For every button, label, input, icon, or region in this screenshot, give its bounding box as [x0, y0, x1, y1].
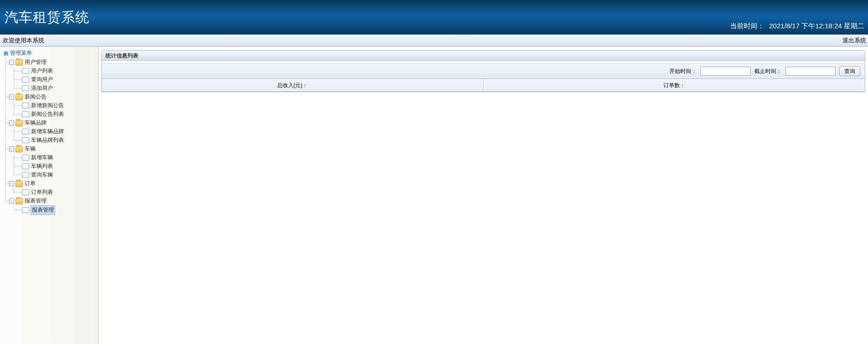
tree-leaf-label: 新增车辆: [31, 153, 53, 162]
filter-bar: 开始时间： 截止时间： 查询: [102, 63, 865, 79]
tree-node-0[interactable]: -用户管理: [3, 58, 98, 67]
logout-link[interactable]: 退出系统: [842, 35, 866, 46]
clock: 当前时间： 2021/8/17 下午12:18:24 星期二: [727, 22, 864, 31]
tree-leaf-label: 查询车辆: [31, 171, 53, 179]
home-icon: [3, 50, 9, 57]
folder-icon: [16, 181, 23, 187]
collapse-icon[interactable]: -: [9, 120, 14, 125]
folder-icon: [16, 146, 23, 152]
tree-leaf-label: 新闻公告列表: [31, 110, 64, 119]
clock-label: 当前时间：: [730, 22, 764, 30]
start-time-label: 开始时间：: [669, 68, 697, 75]
file-icon: [22, 68, 29, 74]
panel-title: 统计信息列表: [102, 51, 865, 61]
tree-node-2[interactable]: -车辆品牌: [3, 119, 98, 127]
tree-leaf-1-0[interactable]: 新增新闻公告: [3, 101, 98, 110]
tree-leaf-label: 用户列表: [31, 67, 53, 75]
tree-leaf-3-2[interactable]: 查询车辆: [3, 171, 98, 179]
tree-node-label: 新闻公告: [24, 93, 47, 101]
tree-node-4[interactable]: -订单: [3, 179, 98, 188]
tree-leaf-3-1[interactable]: 车辆列表: [3, 162, 98, 171]
tree-leaf-4-0[interactable]: 订单列表: [3, 188, 98, 197]
tree-node-label: 订单: [24, 179, 36, 188]
end-time-input[interactable]: [785, 67, 836, 76]
collapse-icon[interactable]: -: [9, 94, 14, 99]
tree-node-label: 车辆: [24, 145, 36, 153]
tree-node-3[interactable]: -车辆: [3, 145, 98, 153]
folder-icon: [16, 94, 23, 100]
collapse-icon[interactable]: -: [9, 181, 14, 186]
query-button[interactable]: 查询: [839, 66, 860, 76]
sub-bar: 欢迎使用本系统 退出系统: [0, 34, 868, 47]
file-icon: [22, 137, 29, 143]
end-time-label: 截止时间：: [754, 68, 782, 75]
tree-leaf-0-0[interactable]: 用户列表: [3, 67, 98, 75]
tree-node-label: 报表管理: [24, 197, 47, 205]
tree-leaf-2-0[interactable]: 新增车辆品牌: [3, 127, 98, 136]
collapse-icon[interactable]: -: [9, 198, 14, 203]
tree-leaf-label: 新增新闻公告: [31, 101, 64, 110]
file-icon: [22, 163, 29, 169]
tree-node-label: 用户管理: [24, 58, 47, 67]
file-icon: [22, 129, 29, 135]
tree-node-5[interactable]: -报表管理: [3, 197, 98, 205]
tree-leaf-0-2[interactable]: 添加用户: [3, 84, 98, 93]
tree-node-label: 车辆品牌: [24, 119, 47, 127]
welcome-text: 欢迎使用本系统: [3, 37, 44, 44]
clock-value: 2021/8/17 下午12:18:24 星期二: [769, 22, 864, 30]
stats-panel: 统计信息列表 开始时间： 截止时间： 查询 总收入(元)： 订单数：: [101, 50, 865, 92]
folder-icon: [16, 198, 23, 204]
file-icon: [22, 77, 29, 83]
folder-icon: [16, 59, 23, 66]
main-area: 统计信息列表 开始时间： 截止时间： 查询 总收入(元)： 订单数：: [99, 47, 868, 344]
tree-leaf-label: 查询用户: [31, 75, 53, 84]
file-icon: [22, 207, 29, 213]
start-time-input[interactable]: [700, 67, 751, 76]
sidebar: 管理菜单 -用户管理用户列表查询用户添加用户-新闻公告新增新闻公告新闻公告列表-…: [0, 47, 99, 344]
result-header-row: 总收入(元)： 订单数：: [102, 79, 865, 92]
tree-leaf-2-1[interactable]: 车辆品牌列表: [3, 136, 98, 145]
file-icon: [22, 85, 29, 91]
tree-node-1[interactable]: -新闻公告: [3, 93, 98, 101]
tree-leaf-0-1[interactable]: 查询用户: [3, 75, 98, 84]
tree-root[interactable]: 管理菜单: [3, 49, 98, 57]
tree-leaf-label: 订单列表: [31, 188, 53, 197]
tree-leaf-label: 报表管理: [31, 205, 55, 215]
tree-leaf-5-0[interactable]: 报表管理: [3, 205, 98, 215]
tree-leaf-label: 车辆品牌列表: [31, 136, 64, 145]
file-icon: [22, 155, 29, 161]
tree-leaf-label: 车辆列表: [31, 162, 53, 171]
col-income: 总收入(元)：: [102, 79, 484, 91]
file-icon: [22, 172, 29, 178]
tree-leaf-label: 添加用户: [31, 84, 53, 93]
folder-icon: [16, 120, 23, 126]
tree-leaf-label: 新增车辆品牌: [31, 127, 64, 136]
tree-leaf-1-1[interactable]: 新闻公告列表: [3, 110, 98, 119]
file-icon: [22, 111, 29, 117]
collapse-icon[interactable]: -: [9, 60, 14, 65]
tree-root-label: 管理菜单: [10, 49, 32, 57]
file-icon: [22, 103, 29, 109]
collapse-icon[interactable]: -: [9, 146, 14, 151]
file-icon: [22, 189, 29, 195]
col-orders: 订单数：: [484, 79, 865, 91]
tree-leaf-3-0[interactable]: 新增车辆: [3, 153, 98, 162]
app-header: 汽车租赁系统 当前时间： 2021/8/17 下午12:18:24 星期二: [0, 0, 868, 34]
nav-tree: -用户管理用户列表查询用户添加用户-新闻公告新增新闻公告新闻公告列表-车辆品牌新…: [3, 58, 98, 215]
